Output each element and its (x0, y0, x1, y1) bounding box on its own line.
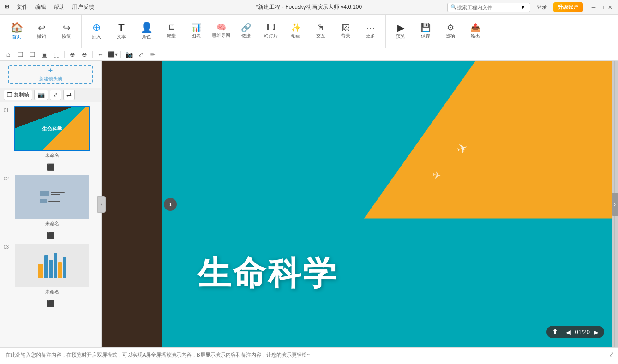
save-button[interactable]: 💾 保存 (414, 18, 438, 45)
close-button[interactable]: ✕ (607, 4, 613, 11)
edit-icon[interactable]: ✏ (147, 49, 158, 60)
maximize-button[interactable]: □ (599, 4, 605, 11)
slide-number-3: 03 (4, 245, 11, 250)
slide-item-3[interactable]: 03 (0, 241, 101, 297)
thumb2-line-1 (51, 192, 65, 193)
text-button[interactable]: T 文本 (109, 18, 133, 45)
camera-frame-button[interactable]: 📷 (34, 90, 48, 100)
tools-group: ⊕ 插入 T 文本 👤 角色 🖥 课堂 📊 图表 🧠 思维导图 🔗 链接 🎞 (82, 15, 386, 48)
icon-bar: ⌂ ❐ ❑ ▣ ⬚ ⊕ ⊖ ↔ ⬛▾ 📷 ⤢ ✏ (0, 48, 618, 61)
thumb3-col-5 (58, 262, 62, 278)
camera-icon[interactable]: 📷 (123, 49, 134, 60)
slide-separator-3: ⬛ (0, 298, 101, 309)
slide-item-1[interactable]: 01 生命科学 未命名 (0, 104, 101, 161)
home-small-icon[interactable]: ⌂ (3, 49, 14, 60)
home-button[interactable]: 🏠 首页 (5, 18, 29, 45)
zoom-out-icon[interactable]: ⊖ (79, 49, 90, 60)
frame-icon[interactable]: ⬚ (51, 49, 62, 60)
animation-button[interactable]: ✨ 动画 (284, 18, 308, 45)
redo-button[interactable]: ↪ 恢复 (54, 18, 78, 45)
thumb3-building (34, 249, 70, 282)
copy-frame-label: 复制帧 (14, 91, 29, 98)
left-panel-collapse-button[interactable]: ‹ (97, 196, 106, 213)
upgrade-button[interactable]: 升级账户 (553, 2, 583, 12)
select-icon[interactable]: ▣ (39, 49, 50, 60)
copy-frame-icon: ❐ (7, 91, 12, 98)
insert-button[interactable]: ⊕ 插入 (84, 18, 108, 45)
slide-separator-1: ⬛ (0, 161, 101, 173)
nav-current: 01/20 (575, 328, 590, 335)
align-left-icon[interactable]: ↔ (95, 49, 106, 60)
thumb3-col-1 (38, 264, 43, 278)
slide-thumb-1[interactable]: 生命科学 (14, 106, 90, 151)
icon-separator-2 (92, 51, 93, 58)
align-center-icon[interactable]: ⬛▾ (107, 49, 118, 60)
crop-icon[interactable]: ⤢ (135, 49, 146, 60)
slide-left-dark (102, 61, 162, 347)
chart-button[interactable]: 📊 图表 (184, 18, 208, 45)
canvas-area: ✈ ✈ 生命科学 1 ⬆ ◀ 01/20 ▶ › (102, 61, 618, 347)
preview-button[interactable]: ▶ 预览 (389, 18, 413, 45)
classroom-button[interactable]: 🖥 课堂 (159, 18, 183, 45)
notes-expand-button[interactable]: ⤢ (605, 348, 618, 364)
undo-button[interactable]: ↩ 撤销 (30, 18, 54, 45)
minimize-button[interactable]: ─ (590, 4, 597, 11)
slide-name-1: 未命名 (45, 152, 59, 159)
nav-prev-button[interactable]: ◀ (566, 328, 571, 336)
slideshow-label: 幻灯片 (264, 33, 278, 39)
menu-feedback[interactable]: 用户反馈 (72, 3, 94, 11)
login-button[interactable]: 登录 (534, 3, 550, 12)
search-dropdown-icon[interactable]: ▾ (522, 4, 524, 11)
home-label: 首页 (12, 34, 21, 40)
more-button[interactable]: ⋯ 更多 (359, 18, 383, 45)
swap-frame-button[interactable]: ⇄ (63, 90, 75, 100)
menu-file[interactable]: 文件 (17, 3, 28, 11)
title-bar: ⊞ 文件 编辑 帮助 用户反馈 *新建工程 - Focusky动画演示大师 v4… (0, 0, 618, 15)
options-button[interactable]: ⚙ 选项 (438, 18, 462, 45)
export-button[interactable]: 📤 输出 (463, 18, 487, 45)
frame-actions: ❐ 复制帧 📷 ⤢ ⇄ (0, 88, 101, 102)
sort-icon-2: ⬛ (47, 232, 54, 239)
expand-frame-button[interactable]: ⤢ (50, 90, 61, 100)
preview-label: 预览 (396, 33, 405, 40)
new-frame-button[interactable]: + 新建镜头帧 (8, 65, 93, 84)
frame-badge: 1 (164, 198, 177, 211)
nav-upload-icon[interactable]: ⬆ (552, 328, 558, 336)
thumb3-bg (15, 244, 89, 287)
character-icon: 👤 (140, 23, 153, 33)
search-input[interactable] (457, 5, 522, 10)
slide-main[interactable]: ✈ ✈ 生命科学 (162, 61, 612, 347)
zoom-in-icon[interactable]: ⊕ (67, 49, 78, 60)
slide-wrapper-3: 未命名 (14, 243, 90, 295)
nav-next-button[interactable]: ▶ (594, 328, 599, 336)
slide-main-title[interactable]: 生命科学 (198, 251, 338, 296)
text-icon: T (118, 23, 124, 33)
menu-edit[interactable]: 编辑 (35, 3, 46, 11)
paste-icon[interactable]: ❑ (27, 49, 38, 60)
thumb3-col-3 (49, 260, 53, 278)
copy-frame-button[interactable]: ❐ 复制帧 (4, 90, 32, 100)
link-button[interactable]: 🔗 链接 (234, 18, 258, 45)
animation-icon: ✨ (291, 24, 301, 32)
mindmap-icon: 🧠 (216, 24, 226, 31)
background-button[interactable]: 🖼 背景 (334, 18, 358, 45)
background-icon: 🖼 (342, 24, 350, 32)
slide-number-2: 02 (4, 176, 11, 181)
slide-canvas: ✈ ✈ 生命科学 (102, 61, 618, 347)
copy-icon[interactable]: ❐ (15, 49, 26, 60)
slide-thumb-2[interactable] (14, 174, 90, 220)
canvas-right-collapse-button[interactable]: › (612, 193, 618, 216)
search-box[interactable]: 🔍 ▾ (447, 3, 530, 12)
slideshow-button[interactable]: 🎞 幻灯片 (259, 18, 283, 45)
thumb2-bg (15, 175, 89, 219)
link-label: 链接 (241, 33, 251, 39)
slide-item-2[interactable]: 02 (0, 173, 101, 229)
interact-button[interactable]: 🖱 交互 (309, 18, 333, 45)
slideshow-icon: 🎞 (267, 24, 275, 32)
notes-input[interactable] (0, 348, 605, 364)
character-button[interactable]: 👤 角色 (134, 18, 158, 45)
undo-icon: ↩ (38, 23, 46, 32)
menu-help[interactable]: 帮助 (54, 3, 65, 11)
mindmap-button[interactable]: 🧠 思维导图 (209, 18, 233, 45)
slide-thumb-3[interactable] (14, 243, 90, 288)
